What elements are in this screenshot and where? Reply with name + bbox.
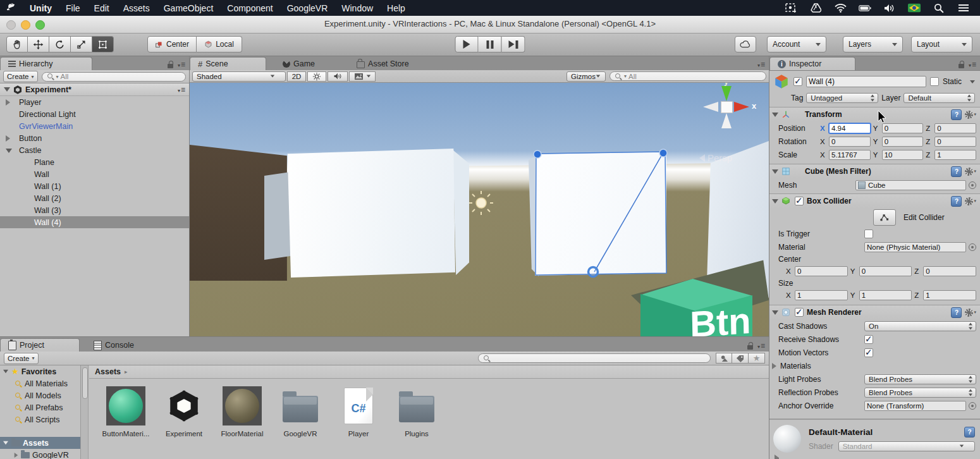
- assets-root-folder[interactable]: Assets: [0, 437, 80, 449]
- search-by-type-button[interactable]: [716, 353, 732, 364]
- tab-console[interactable]: Console: [86, 339, 142, 352]
- asset-player-script[interactable]: Player: [329, 386, 388, 438]
- collider-size-y-field[interactable]: 1: [859, 290, 912, 300]
- anchor-override-field[interactable]: None (Transform): [864, 401, 966, 411]
- material-foldout-icon[interactable]: [775, 455, 779, 459]
- favorites-all-scripts[interactable]: All Scripts: [0, 413, 80, 425]
- axis-x-label[interactable]: X: [820, 125, 826, 132]
- hierarchy-item-button[interactable]: Button: [0, 132, 189, 144]
- layout-dropdown[interactable]: Layout: [911, 36, 972, 52]
- expand-icon[interactable]: [6, 99, 10, 106]
- menu-assets[interactable]: Assets: [116, 0, 157, 16]
- position-z-field[interactable]: 0: [934, 123, 976, 133]
- hierarchy-item-player[interactable]: Player: [0, 96, 189, 108]
- help-icon[interactable]: [951, 109, 962, 120]
- hierarchy-panel-menu-icon[interactable]: [178, 61, 185, 68]
- menu-edit[interactable]: Edit: [87, 0, 116, 16]
- gameobject-cube-icon[interactable]: [773, 73, 790, 90]
- shader-dropdown[interactable]: Standard: [838, 441, 975, 451]
- menu-help[interactable]: Help: [380, 0, 412, 16]
- menu-component[interactable]: Component: [220, 0, 279, 16]
- asset-buttonmaterial[interactable]: ButtonMateri...: [97, 386, 155, 438]
- static-checkbox[interactable]: [930, 77, 939, 86]
- tag-dropdown[interactable]: Untagged: [806, 93, 878, 103]
- scene-row-menu-icon[interactable]: [178, 86, 185, 94]
- hierarchy-item-plane[interactable]: Plane: [0, 156, 189, 168]
- component-gear-icon[interactable]: [965, 309, 976, 317]
- breadcrumb-assets[interactable]: Assets: [95, 367, 121, 376]
- transform-component-header[interactable]: Transform: [769, 107, 980, 121]
- project-search-input[interactable]: [478, 353, 711, 363]
- transform-foldout-icon[interactable]: [772, 113, 778, 117]
- wifi-icon[interactable]: [834, 3, 847, 14]
- materials-foldout-icon[interactable]: [772, 363, 776, 369]
- help-icon[interactable]: [951, 307, 962, 318]
- position-x-field[interactable]: 4.94: [829, 123, 871, 133]
- shading-mode-dropdown[interactable]: Shaded: [192, 71, 286, 82]
- assets-googlevr-folder[interactable]: GoogleVR: [0, 449, 80, 459]
- scale-tool-button[interactable]: [71, 36, 92, 52]
- project-tree-scrollbar[interactable]: [81, 365, 89, 459]
- battery-icon[interactable]: [859, 3, 871, 14]
- scene-lighting-toggle[interactable]: [307, 71, 326, 82]
- rotation-y-field[interactable]: 0: [882, 137, 924, 147]
- scene-3d-viewport[interactable]: Btn: [190, 83, 769, 336]
- search-filter-dropdown-icon[interactable]: ▾: [624, 73, 627, 79]
- axis-y-label[interactable]: Y: [873, 125, 879, 132]
- hierarchy-item-wall[interactable]: Wall: [0, 168, 189, 180]
- volume-icon[interactable]: [883, 3, 896, 14]
- notification-list-icon[interactable]: [957, 3, 970, 14]
- cast-shadows-dropdown[interactable]: On: [864, 321, 976, 331]
- rect-tool-button[interactable]: [92, 36, 114, 52]
- physic-material-field[interactable]: None (Physic Material): [864, 242, 966, 252]
- asset-googlevr-folder[interactable]: GoogleVR: [271, 386, 329, 438]
- reflection-probes-dropdown[interactable]: Blend Probes: [864, 388, 976, 398]
- menu-gameobject[interactable]: GameObject: [157, 0, 221, 16]
- collider-size-z-field[interactable]: 1: [923, 290, 976, 300]
- light-probes-dropdown[interactable]: Blend Probes: [864, 374, 976, 384]
- component-gear-icon[interactable]: [965, 168, 976, 176]
- scale-x-field[interactable]: 5.11767: [829, 150, 871, 160]
- scene-foldout-icon[interactable]: [4, 87, 10, 92]
- hierarchy-item-wall-4-selected[interactable]: Wall (4): [0, 216, 189, 228]
- rect-handle-bottom-pivot[interactable]: [589, 267, 598, 277]
- mesh-renderer-foldout-icon[interactable]: [772, 310, 778, 315]
- rotate-tool-button[interactable]: [49, 36, 71, 52]
- favorites-all-materials[interactable]: All Materials: [0, 377, 80, 389]
- project-create-button[interactable]: Create: [4, 353, 39, 364]
- rotation-x-field[interactable]: 0: [829, 137, 871, 147]
- project-lock-icon[interactable]: [747, 342, 754, 350]
- favorites-all-models[interactable]: All Models: [0, 389, 80, 401]
- menu-file[interactable]: File: [59, 0, 87, 16]
- gameobject-name-field[interactable]: Wall (4): [806, 76, 926, 87]
- rect-handle-top-left[interactable]: [534, 150, 541, 158]
- mesh-filter-foldout-icon[interactable]: [772, 169, 778, 174]
- mesh-renderer-component-header[interactable]: Mesh Renderer: [769, 305, 980, 319]
- scene-effects-dropdown[interactable]: [349, 71, 376, 82]
- mesh-renderer-enabled-checkbox[interactable]: [795, 308, 804, 317]
- move-tool-button[interactable]: [28, 36, 49, 52]
- inspector-panel-menu-icon[interactable]: [969, 61, 976, 68]
- tab-game[interactable]: Game: [275, 58, 322, 70]
- rotation-z-field[interactable]: 0: [934, 137, 976, 147]
- motion-vectors-checkbox[interactable]: [864, 348, 873, 357]
- axis-neg-y-cone[interactable]: [721, 113, 732, 128]
- hierarchy-item-gvrviewermain[interactable]: GvrViewerMain: [0, 120, 189, 132]
- asset-plugins-folder[interactable]: Plugins: [388, 386, 446, 438]
- axis-z-label[interactable]: Z: [926, 125, 932, 132]
- collapse-icon[interactable]: [6, 149, 12, 153]
- hand-tool-button[interactable]: [6, 36, 28, 52]
- menu-googlevr[interactable]: GoogleVR: [280, 0, 335, 16]
- mesh-object-picker-icon[interactable]: [969, 181, 976, 189]
- gameobject-active-checkbox[interactable]: [793, 77, 802, 86]
- edit-collider-button[interactable]: [873, 209, 896, 226]
- axis-x-cone[interactable]: [734, 102, 749, 112]
- favorites-root[interactable]: ★ Favorites: [0, 365, 80, 377]
- help-icon[interactable]: [951, 166, 962, 177]
- breadcrumb[interactable]: Assets ▸: [89, 365, 769, 379]
- persp-mode-label[interactable]: Persp: [699, 152, 732, 163]
- hierarchy-scene-row[interactable]: Experiment*: [0, 83, 189, 96]
- help-icon[interactable]: [951, 196, 962, 207]
- box-collider-enabled-checkbox[interactable]: [795, 197, 804, 205]
- tab-scene[interactable]: Scene: [190, 57, 266, 70]
